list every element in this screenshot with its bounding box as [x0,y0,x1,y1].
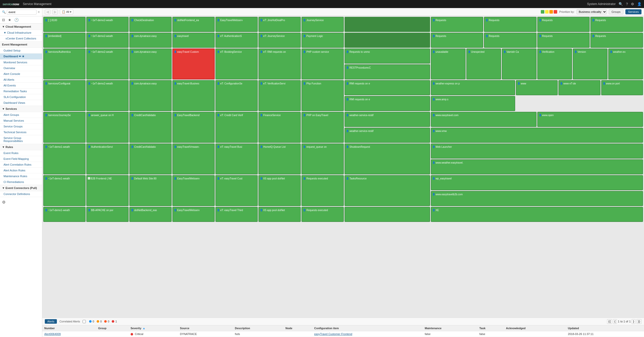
tile-requests-1[interactable]: 👤Requests [431,17,483,32]
sidebar-item-guided-setup[interactable]: Guided Setup [0,48,42,54]
sidebar-history-icon[interactable]: 🕐 [14,18,19,22]
col-number[interactable]: Number [42,325,96,331]
tile-www-open[interactable]: 👤www.open [537,112,643,127]
sidebar-section-cloud-management[interactable]: ▼ Cloud Management [0,24,42,30]
sidebar-settings-icon[interactable]: ⚙ [2,200,6,205]
tile-easytravel-busines[interactable]: 👤easyTravel-Busines [172,80,215,111]
tile-easytravelwebserv-2[interactable]: 👤EasyTravelWebserv [172,175,215,206]
tile-unexpected[interactable]: 👤Unexpected [466,49,501,79]
tile-requests-3[interactable]: 👤Requests [537,17,590,32]
sidebar-star-icon[interactable]: ★ [8,18,11,22]
tile-b2b-frontend[interactable]: 🅱B2B Frontend (.NE [86,175,129,206]
tile-unavailable[interactable]: 👤unavailable [431,49,466,79]
tile-varnish-ca[interactable]: 👤Varnish Ca [502,49,537,79]
sidebar-item-connector-definitions[interactable]: Connector Definitions [0,191,42,197]
sidebar-item-service-groups[interactable]: Service Groups [0,124,42,129]
sidebar-item-all-alerts[interactable]: All Alerts [0,77,42,83]
sidebar-item-alert-groups[interactable]: Alert Groups [0,112,42,118]
sidebar-item-cloud-infrastructure[interactable]: ▼ Cloud Infrastructure [0,30,42,36]
tile-1et-demo1-weath-3[interactable]: 👤~1eT-demo1-weath [43,207,86,222]
tile-www-weather-easytravel[interactable]: 👤www.weather.easytravel. [431,159,643,174]
tile-requests-7[interactable]: 👤Requests [537,33,590,48]
tile-bb-apache-on-por[interactable]: 👤BB-APACHE on por [86,207,129,222]
tile-version[interactable]: 👤Version [573,49,608,79]
col-config-item[interactable]: Configuration item [312,325,423,331]
col-source[interactable]: Source [178,325,233,331]
tile-com-dynatrace-1[interactable]: 👤com.dynatrace.easy [129,33,172,48]
tile-1et-demo2-weath-1[interactable]: 👤~1eT-demo2-weath [86,17,129,32]
sidebar-item-technical-services[interactable]: Technical Services [0,129,42,135]
tile-www-on-port[interactable]: 👤www.on port [601,80,643,95]
tile-et-easytravel-cust[interactable]: 👤eT: easyTravel Cust [215,175,258,206]
tile-creditcardvalidatio-2[interactable]: 👤CreditCardValidatio [129,143,172,174]
tile-1et-demo1-weath-2[interactable]: 👤~1eT-demo1-weath [43,175,86,206]
tile-iis-app-pool-dotnet-1[interactable]: 👤IIS app pool dotNet [258,175,301,206]
correlated-toggle[interactable] [83,320,87,323]
tile-xe[interactable]: 👤XE [431,207,643,222]
tile-services-authentica[interactable]: 👤/services/Authentica [43,49,86,79]
page-first-button[interactable]: ⟨⟨ [607,319,612,324]
alert-number-link[interactable]: Alert0064009 [44,332,61,335]
sidebar-item-sla-config[interactable]: SLA Configuration [0,94,42,100]
page-prev-button[interactable]: ⟨ [613,319,617,324]
search-input[interactable] [7,10,36,15]
tile-requests-5[interactable]: 👤Requests [431,33,483,48]
tile-et-creditcard-verif[interactable]: 👤eT: Credit Card Verif [215,112,258,143]
tile-rmi-requests-on-e-1[interactable]: 👤RMI requests on e [345,80,430,95]
tile-www-easytravelb2b-com[interactable]: 👤www.easytravelb2b.com [431,191,643,206]
tile-www[interactable]: 👤www [516,80,558,95]
tile-services-configurat[interactable]: 👤/services/Configurat [43,80,86,111]
tile-default-web-site-80[interactable]: 👤Default Web Site:80 [129,175,172,206]
tile-creditcardvalidatio-1[interactable]: 👤CreditCardValidatio [129,112,172,143]
tile-et-bookingservice[interactable]: 👤eT: BookingService [215,49,258,79]
tile-request-queue-on[interactable]: 👤request_queue on [301,143,344,174]
filter-dropdown[interactable]: 📋 All ▾ [60,9,73,14]
tile-et-jmshotdealpro[interactable]: 👤eT: JmsHotDealPro [258,17,301,32]
tile-restprocedurec[interactable]: 👤RESTProcedurecC [345,64,430,79]
tile-iis-app-pool-dotnet-2[interactable]: 👤IIS app pool dotNet [258,207,301,222]
sidebar-item-dashboard[interactable]: Dashboard ✏ ★ [0,54,42,60]
tile-web-launcher[interactable]: 👤Web Launcher [431,143,643,159]
tile-1et-demo1-weath-1[interactable]: 👤~1eT-demo1-weath [43,143,86,174]
tile-checkdestination[interactable]: 👤CheckDestination [129,17,172,32]
tile-verification[interactable]: 👤Verification [537,49,572,79]
tile-requests-8[interactable]: 👤Requests [590,33,643,48]
sidebar-item-dashboard-views[interactable]: Dashboard Views [0,100,42,106]
tile-et-journeyservice[interactable]: 👤eT: JourneyService [258,33,301,48]
tile-authenticationservi[interactable]: 👤AuthenticationServi [86,143,129,174]
tile-weather-express[interactable]: 👤weather-express on p [431,80,515,95]
sidebar-item-remediation-tasks[interactable]: Remediation Tasks [0,88,42,94]
tile-1et-demo2-weath-3[interactable]: 👤~1eT-demo2-weath [86,49,129,79]
tile-weather-ex[interactable]: 👤weather-ex [608,49,643,79]
col-acknowledged[interactable]: Acknowledged [504,325,566,331]
tile-services-journeyse[interactable]: 👤/services/JourneySe [43,112,86,143]
tile-et-rmi-requests[interactable]: 👤eT: RMI requests on [258,49,301,79]
tile-weather-service-restif-1[interactable]: 👤weather-service-restif [345,112,430,127]
sidebar-item-alert-action-rules[interactable]: Alert Action Rules [0,168,42,173]
tile-journeyservice[interactable]: 👤JourneyService [301,17,344,32]
tile-et-verificationservi[interactable]: 👤eT: VerificationServi [258,80,301,111]
sidebar-home-icon[interactable]: ⊟ [2,18,5,22]
tile-php-function[interactable]: 👤Php Function [301,80,344,111]
col-severity[interactable]: Severity ▲ [129,325,178,331]
sidebar-section-services[interactable]: ▼ Services [0,106,42,112]
tile-com-dynatrace-2[interactable]: 👤com.dynatrace.easy [129,49,172,79]
tile-tasksresource[interactable]: 👤TasksResource [345,175,430,206]
tile-answer-queue[interactable]: 👤answer_queue on H [86,112,129,143]
tile-rmi-requests-on-e-2[interactable]: 👤RMI requests on e [345,96,430,111]
tile-requests-executed-2[interactable]: 👤Requests executed [301,207,344,222]
sidebar-item-ci-remediations[interactable]: CI Remediations [0,179,42,185]
tile-www-easytravel-com[interactable]: 👤www.easytravel.com [431,112,537,127]
help-icon[interactable]: ? [626,2,628,6]
sidebar-item-monitored-services[interactable]: Monitored Services [0,60,42,65]
tile-et-easytravel-busi[interactable]: 👤eT: easyTravel Busi [215,143,258,174]
settings-icon[interactable]: ⚙ [631,2,634,6]
sidebar-item-vcenter[interactable]: vCenter Event Collectors [0,36,42,41]
sidebar-item-alert-console[interactable]: Alert Console [0,71,42,77]
tile-embedded[interactable]: 👤[embedded] [43,33,86,48]
tile-requests-6[interactable]: 👤Requests [484,33,537,48]
tile-et-easytravel-third[interactable]: 👤eT: easyTravel Third [215,207,258,222]
tile-www-vmw[interactable]: 👤www.vmw [431,128,643,143]
alerts-button[interactable]: Alerts [45,319,57,324]
tile-easytravelbackend[interactable]: 👤EasyTravelBackend [172,112,215,143]
